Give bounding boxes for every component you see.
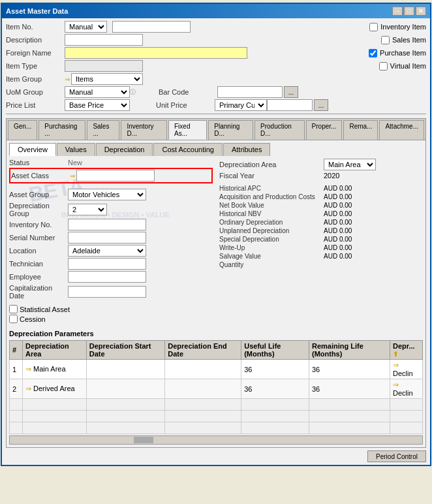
item-no-input[interactable]: Mesin Motor bbox=[112, 21, 191, 33]
asset-class-input[interactable]: Motor Vehicles bbox=[76, 170, 155, 181]
status-label: Status bbox=[9, 159, 68, 166]
tab-inventory[interactable]: Inventory D... bbox=[121, 120, 167, 140]
bar-code-label: Bar Code bbox=[159, 88, 217, 96]
item-no-mode-select[interactable]: Manual bbox=[65, 21, 107, 33]
uom-group-label: UoM Group bbox=[6, 88, 65, 96]
left-column: Status New Asset Class ⇒ Motor Vehicles … bbox=[9, 159, 213, 324]
financial-field-0: Historical APCAUD 0.00 bbox=[219, 185, 423, 192]
fin-label-1: Acquisition and Production Costs bbox=[219, 193, 324, 200]
asset-class-row: Asset Class ⇒ Motor Vehicles bbox=[9, 168, 213, 183]
description-input[interactable]: Mesin Motor bbox=[65, 34, 143, 46]
price-list-select[interactable]: Base Price bbox=[65, 99, 130, 111]
item-group-arrow-icon: ⇒ bbox=[65, 76, 70, 83]
financial-field-4: Ordinary DepreciationAUD 0.00 bbox=[219, 219, 423, 226]
period-control-button[interactable]: Period Control bbox=[367, 450, 426, 462]
fin-label-0: Historical APC bbox=[219, 185, 324, 192]
foreign-name-input[interactable]: Mesin Motor bbox=[65, 47, 247, 59]
fin-label-7: Write-Up bbox=[219, 244, 324, 251]
uom-group-select[interactable]: Manual bbox=[65, 86, 130, 98]
row-remaining: 36 bbox=[309, 379, 390, 399]
tab-purchasing[interactable]: Purchasing ... bbox=[39, 120, 85, 140]
location-select[interactable]: Adelaide bbox=[68, 245, 146, 257]
tab-attachments[interactable]: Attachme... bbox=[379, 120, 424, 140]
depreciation-group-label: Depreciation Group bbox=[9, 202, 68, 217]
asset-group-label: Asset Group bbox=[9, 191, 68, 198]
scrollbar-thumb[interactable] bbox=[134, 437, 153, 443]
item-no-label: Item No. bbox=[6, 23, 65, 31]
horizontal-scrollbar[interactable] bbox=[9, 435, 423, 445]
fin-value-8: AUD 0.00 bbox=[324, 253, 352, 260]
tab-remarks[interactable]: Rema... bbox=[343, 120, 378, 140]
tab-fixed-assets[interactable]: Fixed As... bbox=[168, 120, 207, 140]
row-num: 1 bbox=[10, 360, 23, 379]
tab-values[interactable]: Values bbox=[57, 143, 95, 156]
depr-expand-icon: ⬆ bbox=[393, 351, 398, 358]
employee-input[interactable] bbox=[68, 271, 146, 283]
description-row: Description Mesin Motor Sales Item bbox=[6, 34, 426, 46]
fin-label-6: Special Depreciation bbox=[219, 236, 324, 243]
tab-properties[interactable]: Proper... bbox=[306, 120, 343, 140]
minimize-button[interactable]: ─ bbox=[392, 7, 403, 16]
tab-depreciation[interactable]: Depreciation bbox=[96, 143, 153, 156]
technician-row: Technician bbox=[9, 258, 213, 270]
inventory-no-input[interactable] bbox=[68, 219, 146, 230]
cession-label: Cession bbox=[20, 315, 46, 323]
inventory-item-checkbox[interactable] bbox=[369, 23, 378, 31]
unit-price-browse-button[interactable]: ... bbox=[314, 99, 328, 111]
row-end bbox=[165, 360, 241, 379]
tab-overview[interactable]: Overview bbox=[9, 143, 56, 156]
maximize-button[interactable]: □ bbox=[404, 7, 414, 16]
uom-info-icon: ⓘ bbox=[130, 88, 139, 97]
virtual-item-checkbox[interactable] bbox=[379, 62, 388, 71]
sales-item-check: Sales Item bbox=[381, 36, 426, 44]
fin-label-9: Quantity bbox=[219, 261, 324, 268]
item-group-select[interactable]: Items bbox=[71, 73, 143, 85]
tab-attributes[interactable]: Attributes bbox=[223, 143, 270, 156]
virtual-item-check: Virtual Item bbox=[379, 62, 426, 71]
statistical-asset-checkbox[interactable] bbox=[9, 305, 18, 313]
tab-sales[interactable]: Sales ... bbox=[87, 120, 119, 140]
col-depr: Depr... ⬆ bbox=[390, 341, 423, 360]
bar-code-input[interactable] bbox=[217, 86, 283, 98]
tab-planning[interactable]: Planning D... bbox=[208, 120, 253, 140]
item-no-row: Item No. Manual Mesin Motor Inventory It… bbox=[6, 21, 426, 33]
bar-code-browse-button[interactable]: ... bbox=[284, 86, 298, 98]
dep-area-select[interactable]: Main Area bbox=[324, 159, 376, 170]
serial-number-input[interactable] bbox=[68, 232, 146, 244]
purchase-item-checkbox[interactable] bbox=[369, 49, 377, 57]
depreciation-parameters-section: Depreciation Parameters # Depreciation A… bbox=[9, 330, 423, 445]
financial-field-2: Net Book ValueAUD 0.00 bbox=[219, 202, 423, 209]
tab-cost-accounting[interactable]: Cost Accounting bbox=[153, 143, 223, 156]
unit-price-label: Unit Price bbox=[156, 101, 215, 109]
status-row: Status New bbox=[9, 159, 213, 166]
unit-price-input[interactable] bbox=[267, 99, 313, 111]
purchase-item-label: Purchase Item bbox=[380, 49, 426, 57]
technician-input[interactable] bbox=[68, 258, 146, 270]
fin-value-6: AUD 0.00 bbox=[324, 236, 352, 243]
serial-number-label: Serial Number bbox=[9, 234, 68, 242]
close-button[interactable]: ✕ bbox=[416, 7, 426, 16]
col-num: # bbox=[10, 341, 23, 360]
asset-group-select[interactable]: Motor Vehicles bbox=[68, 189, 146, 200]
sales-item-checkbox[interactable] bbox=[381, 36, 390, 44]
table-row-empty bbox=[10, 399, 423, 411]
cap-date-input[interactable] bbox=[68, 286, 146, 298]
financial-field-6: Special DepreciationAUD 0.00 bbox=[219, 236, 423, 243]
fiscal-year-row: Fiscal Year 2020 bbox=[219, 172, 423, 180]
item-type-input[interactable]: Fixed Assets bbox=[65, 60, 143, 72]
cession-checkbox[interactable] bbox=[9, 315, 18, 323]
unit-price-currency-select[interactable]: Primary Curr bbox=[215, 99, 267, 111]
description-label: Description bbox=[6, 36, 65, 44]
tab-gen[interactable]: Gen... bbox=[8, 120, 37, 140]
fin-label-3: Historical NBV bbox=[219, 210, 324, 217]
financial-field-8: Salvage ValueAUD 0.00 bbox=[219, 253, 423, 260]
financial-field-5: Unplanned DepreciationAUD 0.00 bbox=[219, 227, 423, 234]
sales-item-label: Sales Item bbox=[392, 36, 426, 44]
table-row: 2 ⇒ Derived Area 36 36 ⇒ Declin bbox=[10, 379, 423, 399]
financial-field-7: Write-UpAUD 0.00 bbox=[219, 244, 423, 251]
depreciation-group-select[interactable]: 2 bbox=[68, 204, 107, 215]
tab-production[interactable]: Production D... bbox=[255, 120, 305, 140]
col-remaining: Remaining Life (Months) bbox=[309, 341, 390, 360]
row-depr: ⇒ Declin bbox=[390, 379, 423, 399]
financial-field-3: Historical NBVAUD 0.00 bbox=[219, 210, 423, 217]
